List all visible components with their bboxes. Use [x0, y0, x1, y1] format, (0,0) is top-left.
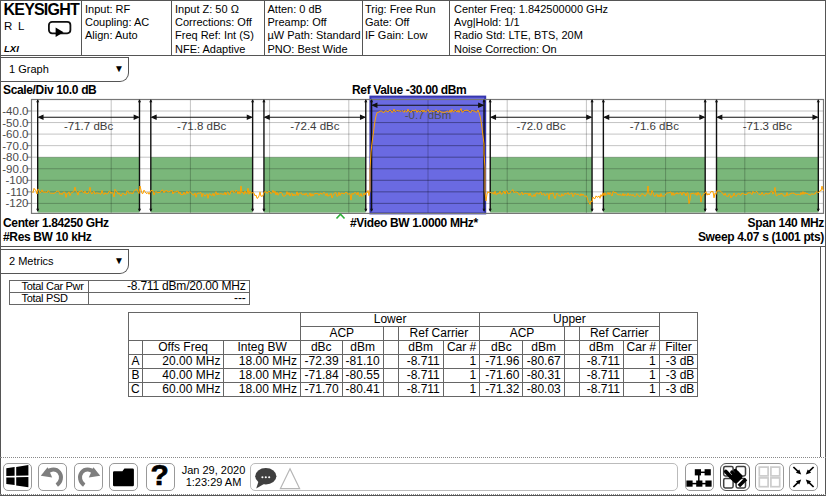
svg-text:-110: -110 — [6, 186, 28, 198]
svg-text:-50.0: -50.0 — [2, 117, 28, 129]
svg-text:-70.0: -70.0 — [2, 140, 28, 152]
svg-text:-60.0: -60.0 — [2, 128, 28, 140]
svg-text:-71.8 dBc: -71.8 dBc — [177, 120, 226, 132]
svg-text:-90.0: -90.0 — [2, 163, 28, 175]
svg-text:-71.3 dBc: -71.3 dBc — [743, 120, 792, 132]
svg-text:-71.6 dBc: -71.6 dBc — [630, 120, 679, 132]
svg-text:-72.4 dBc: -72.4 dBc — [290, 120, 339, 132]
svg-text:-72.0 dBc: -72.0 dBc — [516, 120, 565, 132]
svg-text:-120: -120 — [5, 197, 28, 209]
svg-text:-80.0: -80.0 — [2, 151, 28, 163]
svg-text:-40.0: -40.0 — [2, 105, 28, 117]
svg-text:-71.7 dBc: -71.7 dBc — [64, 120, 113, 132]
svg-text:-100: -100 — [5, 174, 28, 186]
